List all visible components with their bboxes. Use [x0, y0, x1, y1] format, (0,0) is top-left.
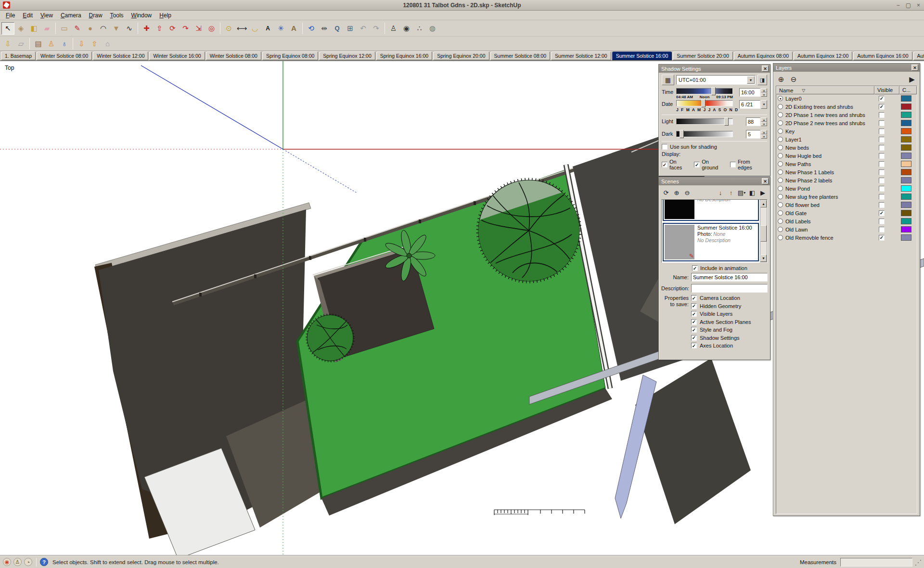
date-dropdown-icon[interactable]: ▼ [761, 100, 767, 109]
layer-row[interactable]: Old Labels [776, 217, 917, 225]
layer-color-swatch[interactable] [901, 120, 911, 126]
claim-credit-icon[interactable]: ♙ [13, 558, 22, 566]
layer-row[interactable]: New Pond [776, 184, 917, 193]
tab-summer-solstice-2000[interactable]: Summer Solstice 20:00 [673, 52, 733, 60]
layer-visible-checkbox[interactable] [879, 153, 885, 159]
layer-color-swatch[interactable] [901, 95, 911, 102]
layer-color-swatch[interactable] [901, 144, 911, 151]
tab-autumn-equinox-1200[interactable]: Autumn Equinox 12:00 [794, 52, 852, 60]
time-value-field[interactable]: 16:00 [739, 88, 760, 97]
dark-spin-down-icon[interactable]: ▼ [761, 134, 767, 139]
position-camera-button[interactable]: ♙ [387, 22, 400, 35]
arc-tool-button[interactable]: ◠ [97, 22, 110, 35]
minimize-button[interactable]: − [897, 2, 900, 9]
layer-radio[interactable] [778, 178, 783, 183]
layer-visible-checkbox[interactable]: ✓ [879, 104, 885, 110]
walk-tool-button[interactable]: ∴ [413, 22, 426, 35]
menu-edit[interactable]: Edit [19, 11, 37, 20]
next-view-button[interactable]: ↷ [370, 22, 383, 35]
layer-color-swatch[interactable] [901, 218, 911, 224]
layer-visible-checkbox[interactable]: ✓ [879, 96, 885, 102]
dark-slider-handle[interactable] [680, 130, 684, 138]
layer-radio[interactable] [778, 210, 783, 216]
time-spinner[interactable]: ▲▼ [761, 88, 767, 97]
layer-row[interactable]: Old Lawn [776, 225, 917, 233]
tab-summer-solstice-1600[interactable]: Summer Solstice 16:00 [612, 52, 672, 60]
scroll-up-icon[interactable]: ▲ [760, 200, 767, 207]
move-scene-down-icon[interactable]: ↓ [716, 188, 725, 197]
date-slider-handle[interactable] [701, 99, 706, 107]
zoom-tool-button[interactable]: Q [331, 22, 344, 35]
remove-scene-icon[interactable]: ⊖ [682, 188, 692, 197]
freehand-tool-button[interactable]: ∿ [123, 22, 136, 35]
layer-row[interactable]: Old flower bed [776, 201, 917, 209]
timezone-dropdown-icon[interactable]: ▼ [747, 76, 755, 84]
get-models-button[interactable]: ⇩ [75, 38, 88, 50]
layer-color-swatch[interactable] [901, 226, 911, 232]
tab-summer-solstice-0800[interactable]: Summer Solstice 08:00 [490, 52, 551, 60]
layer-row[interactable]: 2D Existing trees and shrubs✓ [776, 103, 917, 111]
menu-window[interactable]: Window [128, 11, 156, 20]
style-and-fog-checkbox[interactable]: ✓ [691, 327, 697, 333]
tab-basemap[interactable]: 1. Basemap [1, 52, 36, 60]
push-pull-button[interactable]: ⇧ [153, 22, 166, 35]
shadow-settings-titlebar[interactable]: Shadow Settings ✕ [659, 65, 770, 73]
circle-tool-button[interactable]: ● [84, 22, 97, 35]
share-component-button[interactable]: ⌂ [101, 38, 114, 50]
get-current-view-button[interactable]: ⇩ [1, 38, 14, 50]
light-slider-handle[interactable] [724, 117, 729, 126]
toggle-terrain-button[interactable]: ▱ [14, 38, 27, 50]
layer-color-swatch[interactable] [901, 153, 911, 159]
rotate-tool-button[interactable]: ⟳ [166, 22, 179, 35]
layer-color-swatch[interactable] [901, 112, 911, 118]
add-scene-icon[interactable]: ⊕ [672, 188, 681, 197]
layers-titlebar[interactable]: Layers ✕ [773, 64, 920, 72]
layer-visible-checkbox[interactable] [879, 202, 885, 208]
tab-autumn-equinox-more[interactable]: Autumn Equin [913, 52, 924, 60]
look-around-button[interactable]: ◉ [400, 22, 413, 35]
layer-row[interactable]: New Paths [776, 160, 917, 168]
polygon-tool-button[interactable]: ▼ [110, 22, 123, 35]
from-edges-checkbox[interactable] [730, 162, 736, 168]
protractor-button[interactable]: ◡ [248, 22, 261, 35]
layer-details-icon[interactable]: ▶ [907, 75, 917, 84]
toggle-shadows-button[interactable]: ▦ [662, 75, 674, 85]
light-slider[interactable] [676, 118, 733, 125]
layer-color-swatch[interactable] [901, 103, 911, 110]
layer-color-swatch[interactable] [901, 210, 911, 216]
layer-visible-checkbox[interactable] [879, 129, 885, 134]
include-in-animation-checkbox[interactable]: ✓ [692, 265, 698, 271]
tab-winter-solstice-0800-b[interactable]: Winter Solstice 08:00 [206, 52, 261, 60]
offset-tool-button[interactable]: ◎ [205, 22, 218, 35]
menu-help[interactable]: Help [155, 11, 175, 20]
google-earth-button[interactable]: ♁ [58, 38, 71, 50]
shadow-settings-checkbox[interactable]: ✓ [691, 335, 697, 341]
layers-close-icon[interactable]: ✕ [911, 65, 918, 71]
axes-tool-button[interactable]: ✳ [274, 22, 287, 35]
close-button[interactable]: × [917, 2, 920, 9]
layer-radio[interactable] [778, 161, 783, 167]
scene-item-previous[interactable]: Photo: None No Description [663, 200, 759, 221]
update-scene-icon[interactable]: ⟳ [661, 188, 671, 197]
layer-visible-checkbox[interactable] [879, 178, 885, 183]
time-slider-handle[interactable] [711, 87, 716, 95]
use-sun-checkbox[interactable] [662, 144, 667, 150]
on-faces-checkbox[interactable]: ✓ [662, 162, 667, 168]
move-scene-up-icon[interactable]: ↑ [726, 188, 736, 197]
hidden-geometry-checkbox[interactable]: ✓ [691, 303, 697, 309]
pan-tool-button[interactable]: ⇹ [318, 22, 331, 35]
tape-measure-button[interactable]: ⊙ [222, 22, 235, 35]
3d-text-button[interactable]: A [287, 22, 300, 35]
on-ground-checkbox[interactable]: ✓ [694, 162, 700, 168]
scene-name-input[interactable] [691, 273, 768, 282]
layer-visible-checkbox[interactable] [879, 161, 885, 167]
move-tool-button[interactable]: ✚ [140, 22, 153, 35]
layer-radio[interactable] [778, 129, 783, 134]
scene-list-scrollbar[interactable]: ▲ ▼ [760, 200, 767, 262]
layer-visible-checkbox[interactable] [879, 219, 885, 224]
scenes-close-icon[interactable]: ✕ [762, 178, 769, 184]
tab-winter-solstice-0800[interactable]: Winter Solstice 08:00 [37, 52, 92, 60]
scenes-titlebar[interactable]: Scenes ✕ [659, 177, 770, 185]
layer-radio[interactable] [778, 235, 783, 240]
layer-radio[interactable] [778, 169, 783, 175]
